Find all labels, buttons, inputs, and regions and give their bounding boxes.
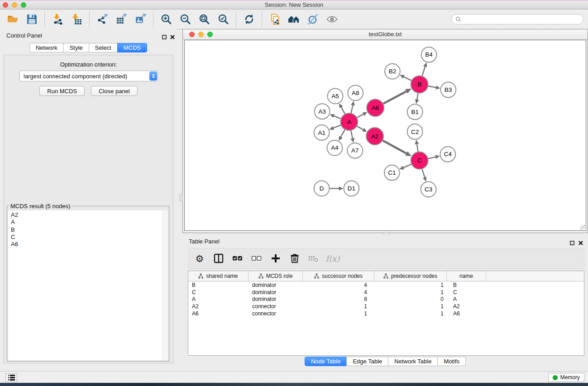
edge-C-C1[interactable] [403,164,411,168]
select-all-button[interactable] [232,253,244,264]
cell[interactable]: 4 [303,289,374,296]
edge-C-C4[interactable] [428,157,435,159]
tab-motifs[interactable]: Motifs [437,357,466,366]
result-scrollbar[interactable] [163,210,168,360]
export-table-button[interactable] [115,13,128,26]
cell[interactable]: connector [249,310,303,317]
export-network-button[interactable] [96,13,109,26]
result-item-B[interactable]: B [8,226,168,234]
cell[interactable]: A2 [447,303,486,310]
tab-style[interactable]: Style [63,43,89,52]
splitter-handle-left[interactable] [180,195,183,201]
cell[interactable]: B [188,281,249,289]
close-table-panel-button[interactable] [578,239,583,247]
titlebar[interactable]: Session: New Session [0,1,588,10]
float-table-panel-button[interactable] [570,239,574,247]
table-row-A6[interactable]: A6connector11A6 [188,310,584,317]
resize-grip[interactable] [580,225,585,230]
cell[interactable]: A6 [188,310,249,317]
cell[interactable]: 0 [374,295,447,303]
column-header-name[interactable]: name [447,271,486,281]
edge-B-B2[interactable] [404,77,411,81]
zoom-in-button[interactable] [159,13,173,26]
edge-A-A5[interactable] [341,107,345,114]
edge-A-A6[interactable] [357,114,363,117]
close-panel-button-mcds[interactable]: Close panel [91,86,138,96]
clone-network-button[interactable] [268,13,282,26]
edge-A-A1[interactable] [334,125,341,128]
delete-table-button[interactable] [308,253,320,264]
result-item-A2[interactable]: A2 [8,211,168,219]
import-table-button[interactable] [70,13,83,26]
cell[interactable]: 4 [303,281,374,289]
network-maximize-button[interactable] [207,32,213,37]
minimize-window-button[interactable] [12,2,17,8]
table-row-B[interactable]: Bdominator41B [188,281,584,289]
column-header-predecessor-nodes[interactable]: predecessor nodes [374,271,447,281]
column-header-successor-nodes[interactable]: successor nodes [303,271,374,281]
add-row-button[interactable] [270,253,282,264]
table-row-A[interactable]: Adominator80A [188,295,584,303]
edge-A6-B[interactable] [383,91,406,104]
tab-edge-table[interactable]: Edge Table [346,357,388,366]
edge-B-B4[interactable] [422,67,425,76]
edge-C-C3[interactable] [422,169,425,177]
network-close-button[interactable] [189,32,195,37]
export-image-button[interactable] [134,13,147,26]
table-settings-button[interactable]: ⚙ [194,253,206,264]
edge-B-B1[interactable] [417,93,418,100]
cell[interactable]: 1 [303,303,374,310]
edge-A-A2[interactable] [357,126,363,129]
search-input[interactable] [464,15,579,23]
memory-button[interactable]: Memory [548,373,584,382]
column-header-shared-name[interactable]: shared name [188,271,249,281]
search-field[interactable] [451,14,583,24]
result-item-A6[interactable]: A6 [8,241,168,248]
cell[interactable]: A2 [188,303,249,310]
cell[interactable]: dominator [249,295,303,303]
criterion-select[interactable]: largest connected component (directed) [19,71,158,81]
cell[interactable]: 1 [374,289,447,296]
cell[interactable]: A6 [447,310,486,317]
float-panel-button[interactable] [162,33,167,41]
open-session-button[interactable] [6,13,19,26]
tab-select[interactable]: Select [89,43,118,52]
cell[interactable]: 1 [374,281,447,289]
network-canvas[interactable]: B4B2BB3A8A5A6A3B1AC2A1A2A4A7C4CC1C3DD1 [184,40,586,231]
cell[interactable]: 1 [374,303,447,310]
toggle-graphics-details-button[interactable] [306,13,320,26]
network-window-titlebar[interactable]: testGlobe.txt [183,29,588,40]
tab-node-table[interactable]: Node Table [305,357,347,366]
edge-A-A7[interactable] [351,131,352,138]
edge-A2-C[interactable] [383,141,406,153]
cell[interactable]: A [447,295,486,303]
run-mcds-button[interactable]: Run MCDS [39,86,85,96]
table-row-A2[interactable]: A2connector11A2 [188,303,584,310]
close-window-button[interactable] [3,2,8,8]
tab-network-table[interactable]: Network Table [388,357,438,366]
network-overview-button[interactable] [287,13,301,26]
import-network-button[interactable] [51,13,64,26]
cell[interactable]: A [188,295,249,303]
cell[interactable]: B [447,281,486,289]
cell[interactable]: connector [249,303,303,310]
edge-B-B3[interactable] [428,86,436,87]
table-row-C[interactable]: Cdominator41C [188,289,584,296]
cell[interactable]: C [447,289,486,296]
save-session-button[interactable] [25,13,38,26]
column-header-MCDS-role[interactable]: MCDS role [249,271,303,281]
result-item-A[interactable]: A [8,219,168,226]
edge-A-A4[interactable] [341,130,345,137]
edge-A-A3[interactable] [334,116,341,119]
close-panel-button[interactable] [170,33,175,41]
result-item-C[interactable]: C [8,234,168,241]
network-graph[interactable]: B4B2BB3A8A5A6A3B1AC2A1A2A4A7C4CC1C3DD1 [185,40,586,230]
cell[interactable]: dominator [249,281,303,289]
tab-network[interactable]: Network [29,43,64,52]
zoom-fit-button[interactable] [197,13,211,26]
zoom-selected-button[interactable] [216,13,230,26]
unselect-all-button[interactable] [251,253,263,264]
zoom-out-button[interactable] [178,13,192,26]
function-builder-button[interactable]: f(x) [327,253,339,264]
delete-row-button[interactable] [289,253,301,264]
